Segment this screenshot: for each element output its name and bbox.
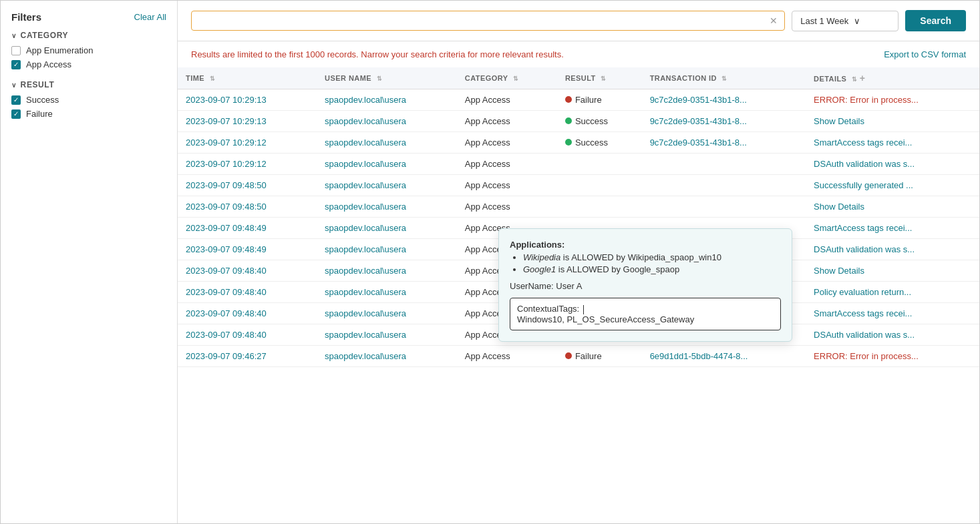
sidebar-header: Filters Clear All: [1, 11, 177, 31]
details-link[interactable]: DSAuth validation was s...: [814, 159, 915, 169]
cell-time: 2023-09-07 10:29:12: [178, 132, 317, 154]
table-row: 2023-09-07 10:29:12 spaopdev.local\usera…: [178, 132, 979, 154]
details-link[interactable]: ERROR: Error in process...: [814, 95, 919, 105]
tooltip-contextual-tags[interactable]: ContextualTags: Windows10, PL_OS_SecureA…: [510, 298, 781, 330]
cursor-icon: [583, 305, 584, 314]
cell-details[interactable]: SmartAccess tags recei...: [806, 132, 979, 154]
table-row: 2023-09-07 09:46:27 spaopdev.local\usera…: [178, 346, 979, 367]
table-row: 2023-09-07 10:29:13 spaopdev.local\usera…: [178, 89, 979, 111]
failure-dot-icon: [565, 352, 572, 359]
txid-sort-icon[interactable]: ⇅: [721, 75, 727, 82]
failure-dot-icon: [565, 96, 572, 103]
cell-details[interactable]: ERROR: Error in process...: [806, 346, 979, 367]
cell-details[interactable]: Successfully generated ...: [806, 175, 979, 196]
cell-time: 2023-09-07 10:29:12: [178, 154, 317, 175]
cell-transaction-id: [642, 175, 806, 196]
cell-details[interactable]: Show Details: [806, 260, 979, 282]
clear-search-icon[interactable]: ✕: [770, 15, 778, 26]
app-access-label: App Access: [26, 59, 71, 69]
cell-username: spaopdev.local\usera: [317, 282, 457, 303]
failure-checkbox[interactable]: [11, 109, 21, 119]
category-section-header[interactable]: ∨ CATEGORY: [11, 31, 166, 40]
details-link[interactable]: SmartAccess tags recei...: [814, 308, 912, 318]
search-button[interactable]: Search: [905, 10, 966, 31]
details-link[interactable]: DSAuth validation was s...: [814, 330, 915, 340]
cell-time: 2023-09-07 10:29:13: [178, 111, 317, 132]
table-row: 2023-09-07 09:48:50 spaopdev.local\usera…: [178, 196, 979, 218]
cell-time: 2023-09-07 09:46:27: [178, 346, 317, 367]
sidebar: Filters Clear All ∨ CATEGORY App Enumera…: [1, 1, 178, 523]
chevron-down-icon: ∨: [854, 16, 860, 26]
cell-time: 2023-09-07 09:48:40: [178, 303, 317, 324]
app-enumeration-checkbox[interactable]: [11, 46, 21, 55]
col-transaction-id: TRANSACTION ID ⇅: [642, 67, 806, 89]
cell-category: App Access: [457, 346, 557, 367]
details-link[interactable]: DSAuth validation was s...: [814, 244, 915, 254]
cell-details[interactable]: DSAuth validation was s...: [806, 154, 979, 175]
details-link[interactable]: SmartAccess tags recei...: [814, 138, 912, 148]
tooltip-contextual-label: ContextualTags:: [517, 304, 579, 314]
cell-details[interactable]: Show Details: [806, 196, 979, 218]
category-sort-icon[interactable]: ⇅: [513, 75, 518, 82]
search-input[interactable]: User-Name = "User": [198, 16, 770, 26]
cell-result: [557, 175, 642, 196]
category-section-label: CATEGORY: [21, 31, 68, 40]
result-chevron-icon: ∨: [11, 81, 17, 89]
cell-result: Failure: [557, 346, 642, 367]
cell-transaction-id: 6e9d1dd1-5bdb-4474-8...: [642, 346, 806, 367]
cell-transaction-id: [642, 154, 806, 175]
tooltip-popup: Applications: Wikipedia is ALLOWED by Wi…: [498, 228, 792, 342]
app-access-checkbox[interactable]: [11, 60, 21, 69]
cell-transaction-id: 9c7c2de9-0351-43b1-8...: [642, 89, 806, 111]
details-link[interactable]: SmartAccess tags recei...: [814, 223, 912, 233]
cell-details[interactable]: Policy evaluation return...: [806, 282, 979, 303]
cell-transaction-id: 9c7c2de9-0351-43b1-8...: [642, 132, 806, 154]
details-link[interactable]: Show Details: [814, 266, 864, 276]
cell-username: spaopdev.local\usera: [317, 175, 457, 196]
results-info-text: Results are limited to the first 1000 re…: [191, 49, 564, 59]
result-filter-section: ∨ RESULT Success Failure: [1, 80, 177, 119]
details-link[interactable]: Successfully generated ...: [814, 180, 913, 190]
tooltip-applications: Applications: Wikipedia is ALLOWED by Wi…: [510, 240, 781, 274]
cell-time: 2023-09-07 09:48:40: [178, 260, 317, 282]
cell-username: spaopdev.local\usera: [317, 111, 457, 132]
result-section-header[interactable]: ∨ RESULT: [11, 80, 166, 89]
add-column-icon[interactable]: +: [860, 73, 866, 83]
result-text: Failure: [575, 95, 602, 105]
cell-result: [557, 154, 642, 175]
details-link[interactable]: Show Details: [814, 202, 864, 212]
cell-category: App Access: [457, 89, 557, 111]
cell-details[interactable]: DSAuth validation was s...: [806, 324, 979, 346]
time-range-select[interactable]: Last 1 Week ∨: [792, 11, 899, 31]
cell-details[interactable]: SmartAccess tags recei...: [806, 303, 979, 324]
cell-username: spaopdev.local\usera: [317, 89, 457, 111]
clear-all-button[interactable]: Clear All: [134, 12, 166, 22]
cell-result: Success: [557, 111, 642, 132]
cell-result: [557, 196, 642, 218]
cell-transaction-id: [642, 196, 806, 218]
col-username: USER NAME ⇅: [317, 67, 457, 89]
success-checkbox[interactable]: [11, 95, 21, 105]
details-sort-icon[interactable]: ⇅: [852, 76, 857, 83]
tooltip-username: UserName: User A: [510, 281, 781, 291]
tooltip-contextual-value: Windows10, PL_OS_SecureAccess_Gateway: [517, 314, 694, 324]
filter-item-app-enumeration: App Enumeration: [11, 45, 166, 55]
details-link[interactable]: Show Details: [814, 116, 864, 126]
username-sort-icon[interactable]: ⇅: [377, 75, 382, 82]
time-sort-icon[interactable]: ⇅: [210, 75, 215, 82]
details-link[interactable]: Policy evaluation return...: [814, 287, 911, 297]
cell-details[interactable]: DSAuth validation was s...: [806, 239, 979, 260]
cell-details[interactable]: Show Details: [806, 111, 979, 132]
tooltip-apps-list: Wikipedia is ALLOWED by Wikipedia_spaop_…: [510, 252, 781, 274]
table-header-row: TIME ⇅ USER NAME ⇅ CATEGORY ⇅ RESULT ⇅ T…: [178, 67, 979, 89]
table-row: 2023-09-07 10:29:13 spaopdev.local\usera…: [178, 111, 979, 132]
cell-username: spaopdev.local\usera: [317, 346, 457, 367]
tooltip-app-item-1: Wikipedia is ALLOWED by Wikipedia_spaop_…: [523, 252, 781, 262]
cell-details[interactable]: ERROR: Error in process...: [806, 89, 979, 111]
details-link[interactable]: ERROR: Error in process...: [814, 351, 919, 361]
cell-details[interactable]: SmartAccess tags recei...: [806, 218, 979, 239]
main-content: User-Name = "User" ✕ Last 1 Week ∨ Searc…: [178, 1, 979, 523]
result-sort-icon[interactable]: ⇅: [601, 75, 606, 82]
export-csv-link[interactable]: Export to CSV format: [884, 49, 966, 59]
search-input-wrap[interactable]: User-Name = "User" ✕: [191, 11, 785, 31]
